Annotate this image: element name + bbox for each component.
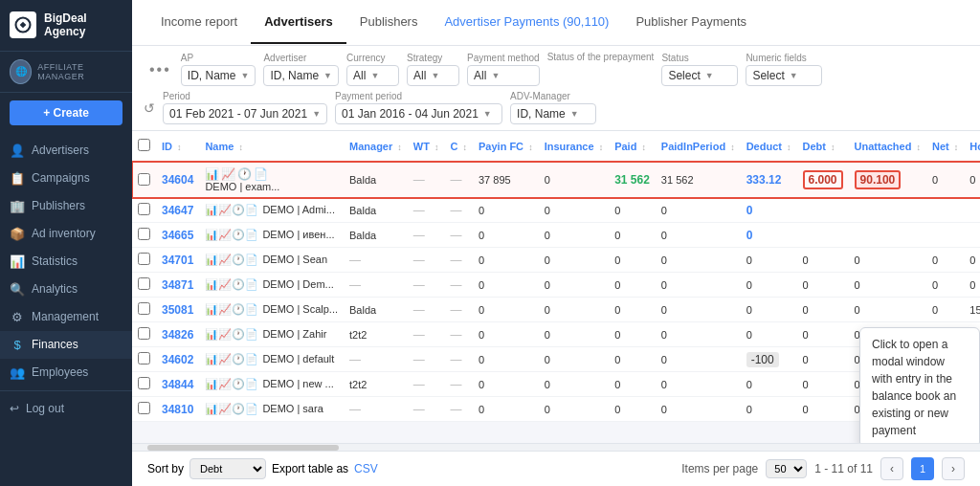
row-id-link[interactable]: 34701 — [162, 254, 193, 267]
logout-button[interactable]: ↩ Log out — [0, 395, 132, 422]
sidebar-item-management[interactable]: ⚙ Management — [0, 303, 132, 331]
export-label: Export table as — [272, 462, 348, 475]
payin-sort-icon: ↕ — [528, 143, 533, 152]
col-debt[interactable]: Debt ↕ — [797, 131, 849, 162]
table-wrapper: ID ↕ Name ↕ Manager ↕ WT ↕ C ↕ Payin FC … — [132, 131, 980, 443]
sidebar-item-ad-inventory[interactable]: 📦 Ad inventory — [0, 220, 132, 248]
ap-select[interactable]: ID, Name ▼ — [181, 65, 256, 86]
payment-period-select[interactable]: 01 Jan 2016 - 04 Jun 2021 ▼ — [335, 103, 502, 124]
row-id-link[interactable]: 34810 — [162, 403, 193, 416]
col-paid-in-period[interactable]: PaidInPeriod ↕ — [656, 131, 741, 162]
payment-method-value: All — [474, 69, 486, 82]
tab-advertisers[interactable]: Advertisers — [251, 1, 346, 44]
more-options-button[interactable]: ••• — [147, 59, 173, 80]
document-icon[interactable]: 📄 — [254, 167, 268, 181]
row-id-link[interactable]: 34604 — [162, 173, 193, 187]
strategy-select[interactable]: All ▼ — [407, 65, 459, 86]
sidebar-item-campaigns[interactable]: 📋 Campaigns — [0, 165, 132, 192]
row-checkbox[interactable] — [138, 228, 150, 240]
tab-publishers[interactable]: Publishers — [346, 1, 432, 44]
ap-value: ID, Name — [188, 69, 236, 82]
row-id-link[interactable]: 34647 — [162, 204, 193, 217]
user-profile[interactable]: 🌐 AFFILIATE MANAGER — [0, 52, 132, 93]
table-row: 34844 📊📈🕐📄DEMO | new ... t2t2 —— 0000 00… — [132, 372, 980, 397]
tab-advertiser-payments[interactable]: Advertiser Payments (90,110) — [431, 1, 622, 44]
col-id[interactable]: ID ↕ — [156, 131, 199, 162]
row-id-link[interactable]: 35081 — [162, 303, 193, 317]
items-per-page-select[interactable]: 50 — [766, 459, 807, 478]
payment-method-select[interactable]: All ▼ — [467, 65, 540, 86]
sidebar-nav: 👤 Advertisers 📋 Campaigns 🏢 Publishers 📦… — [0, 133, 132, 486]
col-paid[interactable]: Paid ↕ — [609, 131, 656, 162]
col-unattached[interactable]: Unattached ↕ — [849, 131, 926, 162]
row-manager-cell: Balda — [344, 198, 408, 223]
tab-income-report[interactable]: Income report — [147, 1, 251, 44]
period-label: Period — [163, 91, 327, 101]
table-row: 34665 📊📈🕐📄DEMO | ивен... Balda —— 0000 0 — [132, 223, 980, 248]
row-insurance-cell: 0 — [539, 162, 610, 198]
sort-by-select[interactable]: Debt — [189, 458, 266, 479]
row-checkbox[interactable] — [138, 327, 150, 340]
bar-chart-icon[interactable]: 📊 — [205, 167, 219, 181]
sidebar-item-publishers[interactable]: 🏢 Publishers — [0, 192, 132, 220]
period-value: 01 Feb 2021 - 07 Jun 2021 — [169, 107, 307, 121]
row-checkbox[interactable] — [138, 277, 150, 290]
col-net[interactable]: Net ↕ — [926, 131, 964, 162]
row-id-link[interactable]: 34871 — [162, 278, 193, 292]
row-checkbox[interactable] — [138, 377, 150, 389]
sidebar-item-employees[interactable]: 👥 Employees — [0, 359, 132, 387]
numeric-select[interactable]: Select ▼ — [746, 65, 822, 86]
status-select[interactable]: Select ▼ — [661, 65, 738, 86]
bar-chart2-icon[interactable]: 📈 — [221, 167, 235, 181]
sidebar-item-finances[interactable]: $ Finances — [0, 331, 132, 359]
main-content: Income report Advertisers Publishers Adv… — [132, 0, 980, 486]
next-page-button[interactable]: › — [942, 457, 965, 480]
col-insurance[interactable]: Insurance ↕ — [539, 131, 610, 162]
row-id-link[interactable]: 34602 — [162, 353, 193, 366]
filter-payment-period: Payment period 01 Jan 2016 - 04 Jun 2021… — [335, 91, 502, 124]
period-select[interactable]: 01 Feb 2021 - 07 Jun 2021 ▼ — [163, 103, 327, 124]
row-checkbox[interactable] — [138, 402, 150, 414]
payment-period-value: 01 Jan 2016 - 04 Jun 2021 — [342, 107, 479, 121]
tooltip-popup: Click to open a modal window with entry … — [859, 327, 980, 443]
adv-manager-select[interactable]: ID, Name ▼ — [510, 103, 596, 124]
advertiser-select[interactable]: ID, Name ▼ — [263, 65, 339, 86]
col-payin-fc[interactable]: Payin FC ↕ — [473, 131, 539, 162]
payment-period-label: Payment period — [335, 91, 502, 101]
row-checkbox[interactable] — [138, 302, 150, 315]
sidebar-item-analytics[interactable]: 🔍 Analytics — [0, 276, 132, 303]
currency-select[interactable]: All ▼ — [346, 65, 399, 86]
sidebar-item-advertisers[interactable]: 👤 Advertisers — [0, 137, 132, 165]
create-button[interactable]: + Create — [10, 100, 122, 125]
table-row: 34604 📊 📈 🕐 📄 DEMO | exam... Balda — — [132, 162, 980, 198]
manager-sort-icon: ↕ — [397, 143, 402, 152]
row-manager-cell: Balda — [344, 162, 408, 198]
filter-ap: AP ID, Name ▼ — [181, 53, 256, 86]
select-all-checkbox[interactable] — [138, 139, 150, 151]
wt-sort-icon: ↕ — [434, 143, 439, 152]
tab-publisher-payments[interactable]: Publisher Payments — [622, 1, 760, 44]
csv-export-link[interactable]: CSV — [354, 462, 378, 475]
filter-status: Status Select ▼ — [661, 53, 738, 86]
col-wt[interactable]: WT ↕ — [408, 131, 445, 162]
row-checkbox[interactable] — [138, 203, 150, 215]
row-checkbox[interactable] — [138, 173, 150, 186]
row-checkbox[interactable] — [138, 352, 150, 364]
row-id-link[interactable]: 34844 — [162, 378, 193, 391]
row-id-link[interactable]: 34826 — [162, 328, 193, 342]
clock-icon[interactable]: 🕐 — [237, 167, 252, 181]
col-name[interactable]: Name ↕ — [199, 131, 344, 162]
prev-page-button[interactable]: ‹ — [880, 457, 903, 480]
items-per-page-label: Items per page — [681, 462, 758, 475]
col-manager[interactable]: Manager ↕ — [344, 131, 408, 162]
row-id-link[interactable]: 34665 — [162, 229, 193, 242]
table-row: 34826 📊📈🕐📄DEMO | Zahir t2t2 —— 0000 0000… — [132, 322, 980, 347]
refresh-button[interactable]: ↺ — [144, 100, 155, 116]
sidebar-item-statistics[interactable]: 📊 Statistics — [0, 248, 132, 276]
col-c[interactable]: C ↕ — [445, 131, 474, 162]
col-deduct[interactable]: Deduct ↕ — [741, 131, 797, 162]
col-hold[interactable]: Hold ↕ — [964, 131, 980, 162]
row-checkbox[interactable] — [138, 253, 150, 265]
top-nav: Income report Advertisers Publishers Adv… — [132, 0, 980, 46]
horizontal-scrollbar[interactable] — [147, 445, 339, 451]
